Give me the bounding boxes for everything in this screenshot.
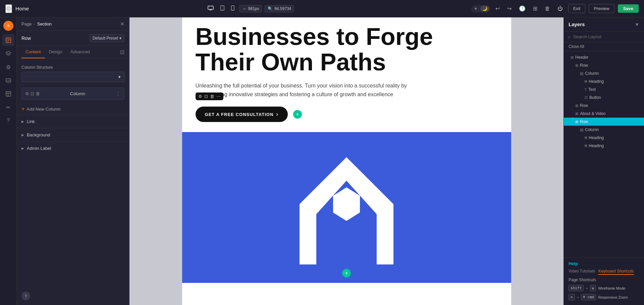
row1-layer-label: Row [580,63,641,68]
column-block-label: Column [43,91,113,96]
btn-layer-label: Button [589,95,641,100]
toolbar-more-icon[interactable]: ⋯ [216,94,221,99]
dark-mode-icon: 🌙 [480,6,489,12]
exit-button[interactable]: Exit [568,4,586,13]
layers-title: Layers [569,21,631,27]
canvas-width-display[interactable]: ↔ 981px [239,5,262,12]
svg-point-5 [233,9,233,10]
preview-button[interactable]: Preview [589,4,614,13]
column-structure-dropdown[interactable]: ▾ [21,72,124,82]
shortcut-zoom: = + ⌘ cmd Responsive Zoom [569,294,639,300]
layer-row-1[interactable]: ⊞ Row [564,61,644,69]
add-row-bottom-btn[interactable]: + [342,269,351,278]
close-all-btn[interactable]: Close All [564,42,644,51]
preset-label: Default Preset [93,36,118,41]
video-tutorials-tab[interactable]: Video Tutorials [569,269,595,275]
add-column-row[interactable]: + Add New Column [17,103,129,115]
wireframe-mode-label: Wireframe Mode [598,286,625,290]
layer-about-video[interactable]: ⊞ About & Video [564,110,644,118]
column-structure-section: Column Structure ▾ [17,62,129,84]
settings-icon-btn[interactable]: ⚙ [5,4,12,13]
canvas-wrapper: Businesses to Forge Their Own Paths Unle… [129,17,564,305]
zoom-display[interactable]: 🔍 94.59734 [265,5,294,12]
gear-column-icon[interactable]: ⚙ [25,91,29,96]
svg-rect-15 [6,92,11,96]
add-element-btn[interactable]: + [3,21,13,31]
topbar-left: ⚙ Home [5,4,29,13]
canvas-page: Businesses to Forge Their Own Paths Unle… [182,17,511,305]
filter-icon[interactable]: ▼ [635,22,639,27]
tab-design[interactable]: Design [45,46,66,58]
keyboard-shortcuts-tab[interactable]: Keyboard Shortcuts [598,269,634,275]
help-button[interactable]: ? [21,292,30,300]
redo-btn[interactable]: ↪ [505,4,514,13]
breadcrumb-page[interactable]: Page [21,21,32,26]
sidebar-icon-settings[interactable]: ⚙ [2,61,14,73]
add-column-label: Add New Column [26,107,60,112]
desktop-view-btn[interactable] [206,4,216,13]
svg-marker-10 [6,51,11,54]
background-accordion-header[interactable]: ▶ Background [17,128,129,141]
save-button[interactable]: Save [618,4,639,13]
cta-button[interactable]: GET A FREE CONSULTATION › [196,107,288,122]
layer-heading-2[interactable]: H Heading [564,134,644,142]
sidebar-icon-tools[interactable]: ✂ [2,101,14,113]
column-more-icon[interactable]: ⋮ [115,90,121,97]
layer-column-2[interactable]: ▤ Column [564,126,644,134]
help-tabs: Video Tutorials Keyboard Shortcuts [569,269,639,275]
link-accordion-header[interactable]: ▶ Link [17,115,129,128]
toolbar-gear-icon[interactable]: ⚙ [198,94,202,99]
undo-btn[interactable]: ↩ [493,4,502,13]
page-title: Home [15,6,29,11]
delete-btn[interactable]: 🗑 [543,4,552,13]
cta-bar: ⚙ ⊡ 🗑 ⋯ GET A FREE CONSULTATION › + [196,107,498,122]
text-layer-label: Text [588,87,641,92]
responsive-zoom-label: Responsive Zoom [598,295,628,299]
trash-column-icon[interactable]: 🗑 [36,91,40,96]
layer-heading-3[interactable]: H Heading [564,142,644,150]
breadcrumb-section[interactable]: Section [37,21,52,26]
history-btn[interactable]: 🕐 [517,4,528,13]
fullscreen-icon[interactable]: ⊡ [120,49,124,55]
copy-column-icon[interactable]: ⊡ [31,91,34,96]
topbar-right: ☀ 🌙 ↩ ↪ 🕐 ⊞ 🗑 ⏻ Exit Preview Save [471,4,639,13]
sidebar-icon-templates[interactable] [2,88,14,100]
tab-content[interactable]: Content [21,46,45,58]
sidebar-icon-woo[interactable] [2,74,14,86]
about-layer-icon: ⊞ [575,112,578,116]
layer-row-3[interactable]: ⊞ Row [564,118,644,126]
tablet-view-btn[interactable] [218,4,226,13]
layer-row-2[interactable]: ⊞ Row [564,102,644,110]
toolbar-copy-icon[interactable]: ⊡ [204,94,208,99]
mobile-view-btn[interactable] [229,4,236,13]
h2-layer-label: Heading [589,135,641,140]
tab-advanced[interactable]: Advanced [66,46,94,58]
dark-mode-toggle[interactable]: ☀ 🌙 [471,5,490,12]
layout-settings-btn[interactable]: ⊞ [531,4,539,13]
width-value: 981px [248,6,259,11]
house-illustration [266,137,427,278]
sidebar-icon-page[interactable] [2,34,14,46]
h2-layer-icon: H [585,136,587,140]
close-panel-btn[interactable]: ✕ [120,21,124,27]
plus-2: + [577,295,579,299]
topbar-center: ↔ 981px 🔍 94.59734 [33,4,467,13]
sidebar-icon-help[interactable]: ? [2,115,14,127]
layer-header[interactable]: ⊞ Header [564,53,644,61]
add-widget-after-cta[interactable]: + [293,110,302,119]
preset-dropdown[interactable]: Default Preset ▾ [90,34,124,42]
layer-heading-1[interactable]: H Heading [564,77,644,85]
layer-column-1[interactable]: ▤ Column [564,69,644,77]
panel-header: Page › Section ✕ [17,17,129,31]
admin-label-accordion-header[interactable]: ▶ Admin Label [17,142,129,155]
layer-text-1[interactable]: T Text [564,85,644,94]
hero-heading: Businesses to Forge Their Own Paths [196,24,498,75]
topbar: ⚙ Home ↔ 981px 🔍 94.59734 ☀ 🌙 ↩ ↪ 🕐 ⊞ 🗑 [0,0,644,17]
power-btn[interactable]: ⏻ [555,4,565,13]
toolbar-trash-icon[interactable]: 🗑 [210,94,214,99]
column-icons: ⚙ ⊡ 🗑 [25,91,40,96]
sidebar-icon-layers[interactable] [2,48,14,60]
column-block-header: ⚙ ⊡ 🗑 Column ⋮ [22,88,124,100]
search-layout-input[interactable] [573,34,640,39]
layer-button-1[interactable]: ⊡ Button [564,94,644,102]
